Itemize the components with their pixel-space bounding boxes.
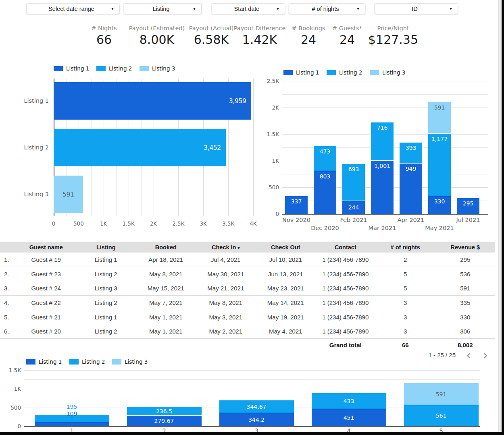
column-header-booked[interactable]: Booked — [136, 244, 196, 251]
cell: May 3, 2021 — [196, 314, 256, 321]
revenue-by-month-chart: Listing 1Listing 2Listing 305001K1.5K2K2… — [266, 68, 493, 238]
sort-desc-icon: ▾ — [237, 246, 240, 250]
scorecard-label: Price/Night — [368, 25, 418, 31]
bar-listing-1[interactable] — [54, 82, 251, 120]
column-header-of-nights[interactable]: # of nights — [375, 244, 435, 251]
revenue-by-listing-chart: Listing 1Listing 2Listing 305001K1.5K2K2… — [22, 64, 261, 230]
filter-id[interactable]: ID▾ — [375, 3, 458, 14]
grand-total-nights: 66 — [375, 342, 435, 348]
column-header-label: Listing — [96, 244, 116, 251]
cell: Guest # 20 — [16, 328, 76, 335]
scorecard-value: 1.42K — [234, 33, 286, 47]
cell: 5 — [375, 285, 435, 292]
column-header-listing[interactable]: Listing — [76, 244, 136, 251]
segment-value-label: 949 — [400, 166, 422, 172]
column-header-label: Guest name — [29, 244, 63, 251]
column-header-check-out[interactable]: Check Out — [256, 244, 316, 251]
column-header-revenue[interactable]: Revenue $ — [435, 244, 496, 251]
cell: 295 — [435, 256, 496, 263]
cell: 1 (234) 456-7890 — [316, 271, 376, 278]
segment-value-label: 451 — [312, 414, 386, 421]
table-row: 3.Guest # 24Listing 3May 15, 2021May 21,… — [0, 281, 495, 296]
segment-value-label: 279.67 — [127, 418, 202, 424]
cell: Listing 2 — [76, 299, 136, 306]
y-tick-label: 1.5K — [3, 367, 21, 373]
column-header-check-in[interactable]: Check In▾ — [196, 244, 256, 251]
cell: May 21, 2021 — [196, 285, 256, 292]
y-tick-label: 0 — [261, 211, 279, 217]
filter-label: Start date — [212, 6, 271, 12]
legend-color-chip — [140, 66, 149, 71]
cell: May 1, 2021 — [136, 314, 196, 321]
dropdown-caret-icon: ▾ — [106, 6, 119, 11]
cell: May 19, 2021 — [256, 314, 316, 321]
filter-select-date-range[interactable]: Select date range▾ — [26, 3, 120, 14]
gridline — [253, 79, 254, 216]
x-tick-label: 500 — [69, 220, 89, 227]
legend-color-chip — [283, 70, 293, 75]
cell: May 7, 2021 — [136, 299, 196, 306]
x-tick-label: 2K — [144, 220, 164, 227]
category-label: Listing 2 — [22, 144, 49, 151]
column-header-guest-name[interactable]: Guest name — [16, 244, 76, 251]
gridline — [282, 81, 488, 81]
bar-value-label: 3,452 — [198, 144, 221, 151]
cell: Listing 2 — [76, 271, 136, 278]
segment-value-label: 591 — [428, 104, 451, 111]
row-number: 6. — [0, 328, 16, 335]
cell: May 4, 2021 — [256, 328, 316, 335]
column-header-label: Check Out — [271, 244, 300, 251]
scorecard-label: # Bookings — [292, 25, 325, 31]
row-number: 1. — [0, 256, 16, 263]
bar-value-label: 3,959 — [223, 97, 246, 105]
legend-item-listing-3: Listing 3 — [112, 359, 148, 365]
callout-leader-line — [72, 407, 72, 420]
table-row: 5.Guest # 21Listing 1May 1, 2021May 3, 2… — [0, 310, 495, 325]
y-tick-label: 500 — [3, 404, 21, 411]
segment-value-label: 1,001 — [371, 163, 394, 169]
x-tick-label: 2.5K — [168, 220, 188, 227]
segment-value-label: 244 — [342, 204, 365, 211]
legend-item-listing-2: Listing 2 — [96, 66, 132, 71]
legend-color-chip — [112, 359, 121, 365]
segment-value-label: 716 — [371, 124, 394, 131]
legend-color-chip — [54, 66, 63, 71]
segment-listing-2-may-2021[interactable] — [428, 134, 451, 196]
x-tick-label: 3K — [193, 220, 213, 227]
scorecard-value: 66 — [91, 33, 117, 47]
segment-listing-1-1[interactable] — [35, 422, 109, 426]
row-number: 5. — [0, 314, 16, 321]
segment-value-label: 344.2 — [219, 416, 294, 423]
column-header-label: Check In — [212, 244, 236, 251]
legend-label: Listing 3 — [382, 69, 405, 76]
bar-value-label: 591 — [54, 191, 83, 198]
cell: Jul 10, 2021 — [256, 256, 316, 263]
filter-listing[interactable]: Listing▾ — [124, 3, 202, 14]
category-label: Listing 3 — [22, 191, 49, 197]
scorecard-label: Payout (Actual) — [189, 25, 234, 31]
segment-value-label: 337 — [285, 198, 308, 205]
legend-item-listing-3: Listing 3 — [140, 66, 175, 71]
x-tick-label: 1K — [94, 220, 114, 227]
legend-label: Listing 2 — [339, 69, 362, 76]
cell: 335 — [435, 299, 496, 306]
legend-color-chip — [69, 359, 79, 365]
filter-start-date[interactable]: Start date▾ — [212, 3, 285, 14]
cell: 1 (234) 456-7890 — [316, 299, 376, 306]
segment-value-label: 1,177 — [428, 136, 451, 142]
filter-label: # of nights — [289, 6, 351, 12]
x-tick-label: 3.5K — [218, 220, 238, 227]
cell: May 8, 2021 — [136, 271, 196, 278]
x-tick-label: 0 — [44, 220, 64, 227]
scorecard-label: # Guests* — [332, 25, 362, 31]
dropdown-caret-icon: ▾ — [444, 6, 458, 11]
row-number: 4. — [0, 299, 16, 306]
scorecard-payout-difference: Payout Difference1.42K — [234, 25, 286, 47]
y-tick-label: 2.5K — [261, 78, 279, 84]
legend-item-listing-2: Listing 2 — [327, 70, 362, 75]
segment-value-label: 295 — [457, 200, 479, 207]
column-header-contact[interactable]: Contact — [316, 244, 376, 251]
segment-value-label: 561 — [404, 412, 479, 419]
filter-of-nights[interactable]: # of nights▾ — [289, 3, 365, 14]
cell: 591 — [435, 285, 496, 292]
